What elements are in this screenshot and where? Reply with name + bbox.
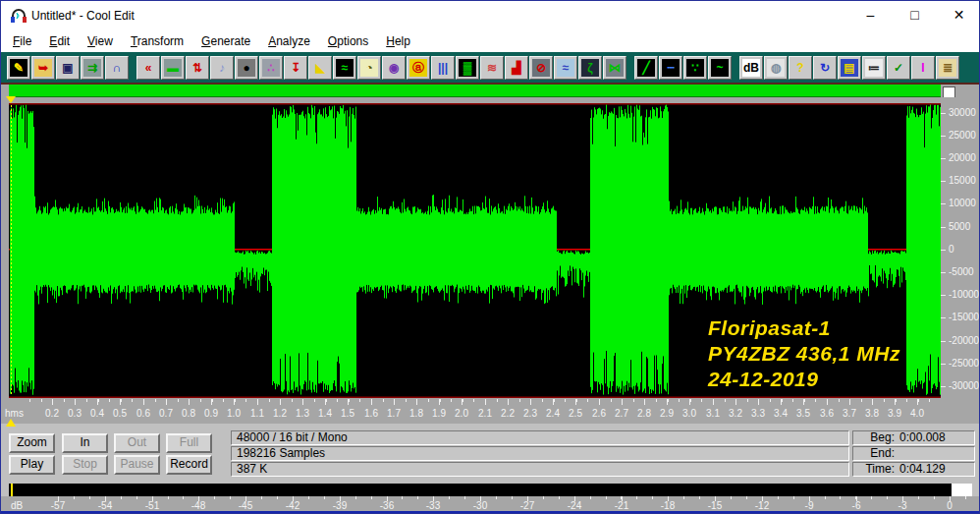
record-insert-button[interactable]: ↧ bbox=[284, 56, 307, 80]
rewind-markers-icon: « bbox=[139, 59, 157, 77]
amplitude-ruler[interactable]: 300002500020000150001000050000-5000-1000… bbox=[941, 103, 980, 398]
draw-line-button[interactable]: ╱ bbox=[634, 56, 658, 80]
help-button[interactable]: ? bbox=[789, 56, 812, 80]
menu-help-label: elp bbox=[395, 34, 410, 48]
save-file-button[interactable]: ▣ bbox=[56, 56, 80, 80]
db-label: -15 bbox=[708, 500, 722, 511]
db-label: -3 bbox=[898, 500, 907, 511]
amplitude-db-button[interactable]: dB bbox=[739, 56, 763, 80]
timeline-minor-tick bbox=[29, 399, 30, 402]
wave-effect-button[interactable]: ≈ bbox=[554, 56, 577, 80]
close-button[interactable]: ✕ bbox=[937, 1, 980, 30]
verify-scan-button[interactable]: ✓ bbox=[887, 56, 910, 80]
menu-analyze[interactable]: Analyze bbox=[259, 32, 319, 50]
new-file-button[interactable]: ✎ bbox=[7, 56, 30, 80]
zoom-button[interactable]: Zoom bbox=[9, 433, 55, 453]
amplitude-tick bbox=[941, 113, 946, 114]
amplitude-tick bbox=[941, 250, 946, 251]
zoom-in-button[interactable]: In bbox=[62, 433, 108, 453]
timeline-minor-tick bbox=[861, 399, 862, 402]
cursor-tool-icon: I bbox=[914, 59, 932, 77]
level-meter-bar[interactable] bbox=[9, 484, 972, 496]
timeline-major-tick bbox=[485, 399, 486, 405]
timeline-major-tick bbox=[97, 399, 98, 405]
swap-channels-button[interactable]: ⇅ bbox=[186, 56, 209, 80]
script-log-button[interactable]: ≣ bbox=[936, 56, 959, 80]
draw-wave-button[interactable]: ~ bbox=[708, 56, 732, 80]
timeline-minor-tick bbox=[770, 399, 771, 402]
monitor-headphones-button[interactable]: ∩ bbox=[105, 56, 129, 80]
play-button[interactable]: Play bbox=[9, 455, 55, 475]
mix-paste-button[interactable]: ⇉ bbox=[81, 56, 104, 80]
timer-clock-button[interactable]: ◔ bbox=[357, 56, 381, 80]
db-minor-tick bbox=[652, 496, 653, 499]
db-minor-tick bbox=[731, 496, 732, 499]
db-label: -33 bbox=[426, 500, 440, 511]
db-label: -24 bbox=[568, 500, 581, 511]
note-properties-button[interactable]: ♪ bbox=[210, 56, 234, 80]
dither-scatter-button[interactable]: ∴ bbox=[259, 56, 283, 80]
menu-generate[interactable]: Generate bbox=[192, 32, 259, 50]
menu-file[interactable]: File bbox=[4, 32, 40, 50]
compressor-button[interactable]: ⋈ bbox=[603, 56, 626, 80]
timeline-ruler[interactable]: hms 0.20.30.40.50.60.70.80.91.01.11.21.3… bbox=[1, 398, 980, 425]
histogram-button[interactable]: ▟ bbox=[505, 56, 528, 80]
record-button[interactable]: Record bbox=[166, 455, 212, 475]
record-insert-icon: ↧ bbox=[287, 59, 304, 77]
db-label: -30 bbox=[473, 500, 487, 511]
menu-view-label: iew bbox=[95, 34, 113, 48]
timeline-label: 0.7 bbox=[159, 408, 173, 419]
timeline-minor-tick bbox=[428, 399, 429, 402]
options-list-button[interactable]: ≔ bbox=[862, 56, 886, 80]
rewind-markers-button[interactable]: « bbox=[136, 56, 160, 80]
fade-envelope-button[interactable]: ◣ bbox=[308, 56, 332, 80]
cursor-bottom-marker[interactable] bbox=[6, 419, 16, 427]
draw-steps-button[interactable]: ┄ bbox=[659, 56, 682, 80]
echo-effect-icon: ◉ bbox=[385, 59, 403, 77]
menu-options[interactable]: Options bbox=[319, 32, 377, 50]
loop-mode-button[interactable]: ↻ bbox=[813, 56, 837, 80]
db-minor-tick bbox=[308, 496, 309, 499]
timeline-major-tick bbox=[257, 399, 258, 405]
timeline-minor-tick bbox=[212, 399, 213, 402]
waveform-view-button[interactable]: ≈ bbox=[333, 56, 356, 80]
level-meter-settings-button[interactable]: ▤ bbox=[838, 56, 861, 80]
verify-scan-icon: ✓ bbox=[890, 59, 907, 77]
spectral-view-button[interactable]: ▓ bbox=[456, 56, 479, 80]
overview-navigator-bar[interactable] bbox=[9, 85, 941, 97]
menu-transform[interactable]: Transform bbox=[122, 32, 192, 50]
timeline-label: 3.1 bbox=[706, 408, 720, 419]
silence-selection-button[interactable]: ▬ bbox=[161, 56, 185, 80]
db-minor-tick bbox=[606, 496, 607, 499]
terrain-map-button[interactable]: ζ bbox=[578, 56, 602, 80]
open-file-button[interactable]: ➥ bbox=[31, 56, 55, 80]
minimize-button[interactable]: – bbox=[848, 1, 893, 30]
timeline-major-tick bbox=[394, 399, 395, 405]
db-minor-tick bbox=[918, 496, 919, 499]
cursor-tool-button[interactable]: I bbox=[911, 56, 935, 80]
timeline-label: 2.8 bbox=[637, 408, 651, 419]
echo-effect-button[interactable]: ◉ bbox=[382, 56, 406, 80]
draw-dots-button[interactable]: ∵ bbox=[683, 56, 707, 80]
cd-player-button[interactable]: ◍ bbox=[764, 56, 788, 80]
amplitude-label: -15000 bbox=[949, 312, 979, 322]
color-waveform-button[interactable]: ≋ bbox=[480, 56, 504, 80]
db-minor-tick bbox=[512, 496, 513, 499]
noise-reduction-button[interactable]: ⊘ bbox=[529, 56, 553, 80]
menu-help[interactable]: Help bbox=[377, 32, 419, 50]
convert-format-button[interactable]: ⓐ bbox=[407, 56, 430, 80]
menu-view[interactable]: View bbox=[79, 32, 122, 50]
timeline-label: 1.3 bbox=[296, 408, 309, 419]
timeline-label: 2.1 bbox=[478, 408, 492, 419]
menu-edit[interactable]: Edit bbox=[40, 32, 79, 50]
menu-options-label: ptions bbox=[337, 34, 368, 48]
db-minor-tick bbox=[934, 496, 935, 499]
draw-wave-icon: ~ bbox=[711, 59, 729, 77]
db-label: -39 bbox=[333, 500, 347, 511]
frequency-analysis-button[interactable]: ||| bbox=[431, 56, 455, 80]
cursor-top-marker[interactable] bbox=[6, 96, 16, 103]
eclipse-stop-button[interactable]: ● bbox=[235, 56, 258, 80]
menu-generate-label: enerate bbox=[210, 34, 250, 48]
maximize-button[interactable]: □ bbox=[893, 1, 937, 30]
timeline-label: 3.7 bbox=[843, 408, 856, 419]
